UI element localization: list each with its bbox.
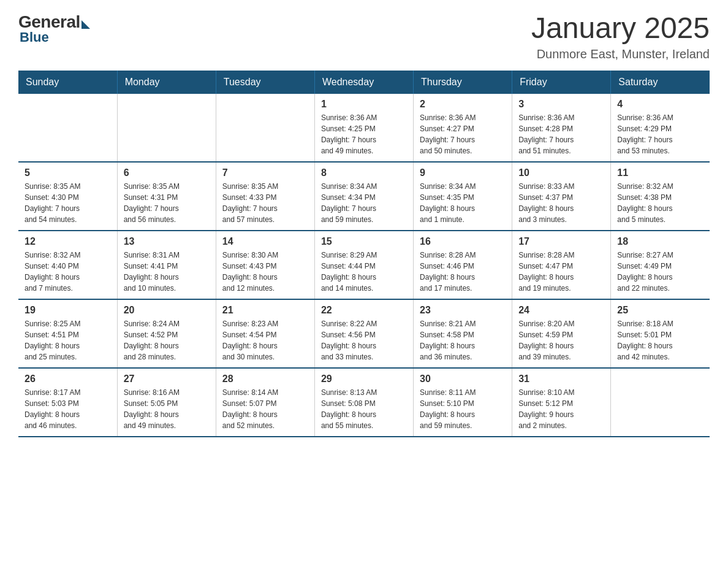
calendar-cell: 8Sunrise: 8:34 AMSunset: 4:34 PMDaylight…	[314, 162, 413, 231]
calendar-table: SundayMondayTuesdayWednesdayThursdayFrid…	[18, 71, 710, 437]
calendar-cell: 27Sunrise: 8:16 AMSunset: 5:05 PMDayligh…	[117, 368, 216, 437]
day-info: Sunrise: 8:11 AMSunset: 5:10 PMDaylight:…	[420, 387, 506, 431]
calendar-header-sunday: Sunday	[18, 71, 117, 94]
day-number: 10	[518, 167, 604, 178]
calendar-cell: 23Sunrise: 8:21 AMSunset: 4:58 PMDayligh…	[414, 299, 512, 368]
day-number: 22	[321, 305, 407, 316]
day-info: Sunrise: 8:27 AMSunset: 4:49 PMDaylight:…	[617, 250, 703, 294]
day-number: 12	[25, 236, 111, 247]
calendar-cell: 19Sunrise: 8:25 AMSunset: 4:51 PMDayligh…	[18, 299, 117, 368]
day-number: 25	[617, 305, 703, 316]
title-section: January 2025 Dunmore East, Munster, Irel…	[531, 12, 710, 61]
calendar-cell	[611, 368, 710, 437]
calendar-subtitle: Dunmore East, Munster, Ireland	[531, 47, 710, 61]
day-number: 21	[222, 305, 308, 316]
calendar-cell: 26Sunrise: 8:17 AMSunset: 5:03 PMDayligh…	[18, 368, 117, 437]
page-header: General Blue January 2025 Dunmore East, …	[18, 12, 710, 61]
day-number: 24	[518, 305, 604, 316]
calendar-cell: 9Sunrise: 8:34 AMSunset: 4:35 PMDaylight…	[414, 162, 512, 231]
day-info: Sunrise: 8:28 AMSunset: 4:47 PMDaylight:…	[518, 250, 604, 294]
day-number: 3	[518, 99, 604, 110]
day-info: Sunrise: 8:35 AMSunset: 4:33 PMDaylight:…	[222, 181, 308, 225]
day-number: 16	[420, 236, 506, 247]
day-info: Sunrise: 8:36 AMSunset: 4:29 PMDaylight:…	[617, 112, 703, 156]
day-number: 15	[321, 236, 407, 247]
calendar-cell: 22Sunrise: 8:22 AMSunset: 4:56 PMDayligh…	[314, 299, 413, 368]
day-info: Sunrise: 8:30 AMSunset: 4:43 PMDaylight:…	[222, 250, 308, 294]
day-number: 23	[420, 305, 506, 316]
day-info: Sunrise: 8:16 AMSunset: 5:05 PMDaylight:…	[124, 387, 210, 431]
day-info: Sunrise: 8:36 AMSunset: 4:25 PMDaylight:…	[321, 112, 407, 156]
day-info: Sunrise: 8:22 AMSunset: 4:56 PMDaylight:…	[321, 318, 407, 362]
calendar-week-row: 5Sunrise: 8:35 AMSunset: 4:30 PMDaylight…	[18, 162, 710, 231]
day-info: Sunrise: 8:35 AMSunset: 4:30 PMDaylight:…	[25, 181, 111, 225]
day-info: Sunrise: 8:13 AMSunset: 5:08 PMDaylight:…	[321, 387, 407, 431]
day-number: 26	[25, 373, 111, 385]
calendar-cell: 25Sunrise: 8:18 AMSunset: 5:01 PMDayligh…	[611, 299, 710, 368]
day-number: 28	[222, 373, 308, 385]
day-number: 1	[321, 99, 407, 110]
day-info: Sunrise: 8:29 AMSunset: 4:44 PMDaylight:…	[321, 250, 407, 294]
day-number: 14	[222, 236, 308, 247]
day-info: Sunrise: 8:34 AMSunset: 4:34 PMDaylight:…	[321, 181, 407, 225]
calendar-week-row: 1Sunrise: 8:36 AMSunset: 4:25 PMDaylight…	[18, 94, 710, 162]
calendar-cell: 29Sunrise: 8:13 AMSunset: 5:08 PMDayligh…	[314, 368, 413, 437]
calendar-cell: 30Sunrise: 8:11 AMSunset: 5:10 PMDayligh…	[414, 368, 512, 437]
calendar-cell: 15Sunrise: 8:29 AMSunset: 4:44 PMDayligh…	[314, 231, 413, 299]
calendar-header-friday: Friday	[512, 71, 611, 94]
logo: General Blue	[18, 12, 90, 45]
day-info: Sunrise: 8:24 AMSunset: 4:52 PMDaylight:…	[124, 318, 210, 362]
calendar-cell: 18Sunrise: 8:27 AMSunset: 4:49 PMDayligh…	[611, 231, 710, 299]
day-number: 31	[518, 373, 604, 385]
calendar-cell: 11Sunrise: 8:32 AMSunset: 4:38 PMDayligh…	[611, 162, 710, 231]
calendar-cell: 13Sunrise: 8:31 AMSunset: 4:41 PMDayligh…	[117, 231, 216, 299]
calendar-header-row: SundayMondayTuesdayWednesdayThursdayFrid…	[18, 71, 710, 94]
day-info: Sunrise: 8:28 AMSunset: 4:46 PMDaylight:…	[420, 250, 506, 294]
day-info: Sunrise: 8:31 AMSunset: 4:41 PMDaylight:…	[124, 250, 210, 294]
calendar-header-saturday: Saturday	[611, 71, 710, 94]
calendar-week-row: 19Sunrise: 8:25 AMSunset: 4:51 PMDayligh…	[18, 299, 710, 368]
day-info: Sunrise: 8:33 AMSunset: 4:37 PMDaylight:…	[518, 181, 604, 225]
calendar-cell: 2Sunrise: 8:36 AMSunset: 4:27 PMDaylight…	[414, 94, 512, 162]
day-info: Sunrise: 8:10 AMSunset: 5:12 PMDaylight:…	[518, 387, 604, 431]
day-info: Sunrise: 8:17 AMSunset: 5:03 PMDaylight:…	[25, 387, 111, 431]
day-number: 27	[124, 373, 210, 385]
calendar-header-thursday: Thursday	[414, 71, 512, 94]
day-number: 6	[124, 167, 210, 178]
day-number: 18	[617, 236, 703, 247]
day-number: 9	[420, 167, 506, 178]
calendar-cell: 10Sunrise: 8:33 AMSunset: 4:37 PMDayligh…	[512, 162, 611, 231]
day-number: 29	[321, 373, 407, 385]
day-info: Sunrise: 8:36 AMSunset: 4:27 PMDaylight:…	[420, 112, 506, 156]
calendar-cell: 24Sunrise: 8:20 AMSunset: 4:59 PMDayligh…	[512, 299, 611, 368]
calendar-cell: 28Sunrise: 8:14 AMSunset: 5:07 PMDayligh…	[216, 368, 314, 437]
calendar-week-row: 12Sunrise: 8:32 AMSunset: 4:40 PMDayligh…	[18, 231, 710, 299]
calendar-cell: 17Sunrise: 8:28 AMSunset: 4:47 PMDayligh…	[512, 231, 611, 299]
day-info: Sunrise: 8:32 AMSunset: 4:40 PMDaylight:…	[25, 250, 111, 294]
day-number: 7	[222, 167, 308, 178]
calendar-cell: 3Sunrise: 8:36 AMSunset: 4:28 PMDaylight…	[512, 94, 611, 162]
calendar-cell: 12Sunrise: 8:32 AMSunset: 4:40 PMDayligh…	[18, 231, 117, 299]
day-number: 19	[25, 305, 111, 316]
day-info: Sunrise: 8:21 AMSunset: 4:58 PMDaylight:…	[420, 318, 506, 362]
day-info: Sunrise: 8:34 AMSunset: 4:35 PMDaylight:…	[420, 181, 506, 225]
day-number: 17	[518, 236, 604, 247]
calendar-cell	[18, 94, 117, 162]
calendar-header-tuesday: Tuesday	[216, 71, 314, 94]
calendar-header-monday: Monday	[117, 71, 216, 94]
calendar-cell	[117, 94, 216, 162]
calendar-title: January 2025	[531, 12, 710, 45]
day-info: Sunrise: 8:36 AMSunset: 4:28 PMDaylight:…	[518, 112, 604, 156]
calendar-cell: 16Sunrise: 8:28 AMSunset: 4:46 PMDayligh…	[414, 231, 512, 299]
calendar-header-wednesday: Wednesday	[314, 71, 413, 94]
day-info: Sunrise: 8:18 AMSunset: 5:01 PMDaylight:…	[617, 318, 703, 362]
logo-blue-text: Blue	[20, 29, 49, 45]
calendar-cell: 4Sunrise: 8:36 AMSunset: 4:29 PMDaylight…	[611, 94, 710, 162]
calendar-cell: 21Sunrise: 8:23 AMSunset: 4:54 PMDayligh…	[216, 299, 314, 368]
day-info: Sunrise: 8:14 AMSunset: 5:07 PMDaylight:…	[222, 387, 308, 431]
calendar-cell: 7Sunrise: 8:35 AMSunset: 4:33 PMDaylight…	[216, 162, 314, 231]
calendar-week-row: 26Sunrise: 8:17 AMSunset: 5:03 PMDayligh…	[18, 368, 710, 437]
day-number: 5	[25, 167, 111, 178]
day-number: 13	[124, 236, 210, 247]
day-number: 20	[124, 305, 210, 316]
